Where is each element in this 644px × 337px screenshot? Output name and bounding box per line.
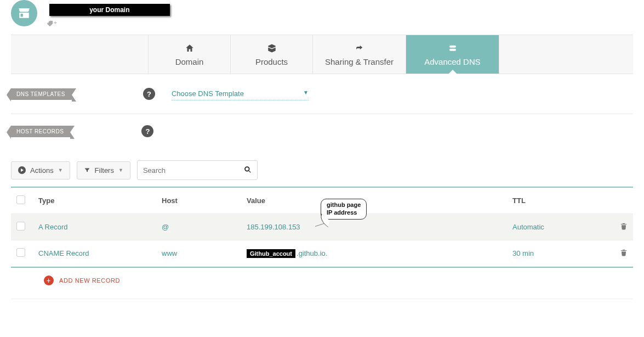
table-row: github page IP address A Record @ 185.19…	[11, 214, 633, 240]
record-type[interactable]: A Record	[38, 223, 162, 231]
funnel-icon	[84, 167, 90, 173]
record-value[interactable]: 185.199.108.153	[247, 223, 512, 231]
actions-label: Actions	[30, 166, 54, 175]
col-ttl: TTL	[512, 196, 606, 205]
record-ttl[interactable]: Automatic	[512, 223, 606, 231]
play-icon	[18, 166, 26, 174]
value-prefix-chip: Github_accout	[247, 249, 295, 258]
filters-button[interactable]: Filters ▼	[77, 161, 130, 179]
chevron-down-icon: ▼	[58, 167, 63, 173]
search-input[interactable]	[143, 166, 244, 175]
table-row: CNAME Record www Github_accout.github.io…	[11, 240, 633, 267]
record-type[interactable]: CNAME Record	[38, 249, 162, 257]
add-new-record-label: ADD NEW RECORD	[59, 277, 120, 284]
col-host: Host	[162, 196, 247, 205]
help-icon[interactable]: ?	[141, 125, 153, 137]
row-checkbox[interactable]	[16, 222, 25, 231]
domain-lead-char: $	[44, 5, 48, 14]
search-box[interactable]	[137, 160, 258, 180]
record-host[interactable]: @	[162, 223, 247, 231]
delete-icon[interactable]	[606, 248, 628, 259]
dns-template-select[interactable]: Choose DNS Template ▼	[172, 87, 309, 100]
chevron-down-icon: ▼	[303, 89, 309, 98]
tab-bar: Domain Products Sharing & Transfer Advan…	[11, 35, 633, 74]
tab-sharing-transfer[interactable]: Sharing & Transfer	[312, 35, 406, 74]
tab-label: Domain	[175, 57, 204, 66]
annotation-bubble: github page IP address	[321, 199, 367, 220]
filters-label: Filters	[95, 166, 114, 175]
value-suffix: .github.io.	[297, 249, 327, 257]
add-new-record-button[interactable]: + ADD NEW RECORD	[44, 276, 120, 285]
help-icon[interactable]: ?	[143, 88, 155, 100]
record-ttl[interactable]: 30 min	[512, 249, 606, 257]
tab-domain[interactable]: Domain	[148, 35, 230, 74]
tab-advanced-dns[interactable]: Advanced DNS	[406, 35, 499, 74]
home-icon	[185, 43, 195, 54]
host-records-ribbon: HOST RECORDS	[11, 126, 70, 137]
svg-rect-1	[449, 48, 456, 50]
col-value: Value	[247, 196, 512, 205]
record-host[interactable]: www	[162, 249, 247, 257]
dns-templates-ribbon: DNS TEMPLATES	[11, 88, 72, 100]
box-icon	[267, 43, 277, 54]
tab-products[interactable]: Products	[230, 35, 312, 74]
host-records-table: Type Host Value TTL github page IP addre…	[11, 187, 633, 267]
tag-add-icon[interactable]: +	[46, 20, 170, 29]
tab-label: Sharing & Transfer	[325, 57, 394, 66]
store-icon	[11, 0, 37, 26]
servers-icon	[447, 43, 458, 54]
chevron-down-icon: ▼	[118, 167, 123, 173]
domain-name-chip: your Domain	[49, 4, 170, 16]
svg-rect-0	[449, 45, 456, 47]
col-type: Type	[38, 196, 162, 205]
tab-label: Advanced DNS	[424, 57, 481, 66]
record-value[interactable]: Github_accout.github.io.	[247, 249, 512, 258]
plus-icon: +	[44, 276, 54, 285]
share-icon	[354, 43, 365, 54]
tab-label: Products	[255, 57, 288, 66]
search-icon[interactable]	[244, 166, 252, 175]
select-all-checkbox[interactable]	[16, 195, 25, 204]
delete-icon[interactable]	[606, 222, 628, 232]
actions-button[interactable]: Actions ▼	[11, 161, 70, 179]
dns-template-placeholder: Choose DNS Template	[172, 89, 244, 98]
row-checkbox[interactable]	[16, 248, 25, 257]
